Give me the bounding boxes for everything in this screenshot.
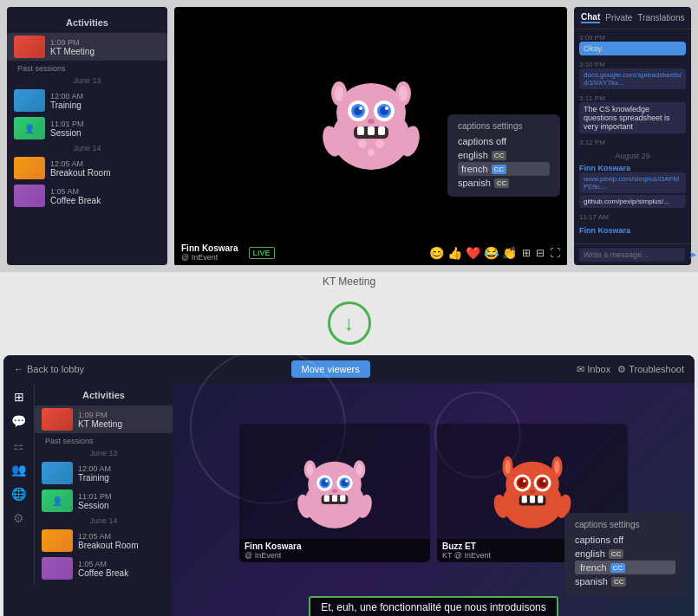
bottom-english-cc: CC	[609, 549, 624, 559]
back-to-lobby-btn[interactable]: ← Back to lobby	[14, 364, 84, 374]
bottom-captions-title: captions settings	[575, 520, 675, 529]
bottom-thumb-breakout	[42, 529, 73, 552]
bottom-thumb-coffee	[42, 557, 73, 580]
buzz-monster	[489, 454, 576, 532]
inbox-button[interactable]: ✉ Inbox	[577, 364, 610, 375]
sidebar-item-session[interactable]: 👤 11:01 PM Session	[7, 114, 167, 142]
layout-btn-2[interactable]: ⊟	[536, 247, 545, 259]
bottom-sidebar-item-breakout[interactable]: 12:05 AM Breakout Room	[35, 527, 173, 554]
top-section: Activities 1:09 PM KT Meeting Past sessi…	[0, 0, 698, 272]
video-tile-finn: Finn Koswara @ InEvent	[239, 424, 430, 562]
bottom-thumb-session: 👤	[42, 490, 73, 512]
sidebar-icon-settings[interactable]: ⚙	[13, 511, 24, 525]
bottom-date-june14: June 14	[35, 515, 173, 527]
past-sessions-label: Past sessions	[7, 61, 167, 75]
layout-btn-1[interactable]: ⊞	[522, 247, 531, 259]
chat-message-3: 3:11 PM The CS knowledge questions sprea…	[579, 94, 686, 133]
bottom-captions-english[interactable]: english CC	[575, 547, 675, 561]
chat-message-5: Finn Koswara www.pexip.com/simplus/GAFMP…	[579, 164, 686, 208]
bottom-sidebar-item-kt[interactable]: 1:09 PM KT Meeting	[35, 405, 173, 433]
emoji-smile[interactable]: 😊	[429, 246, 444, 260]
troubleshoot-icon: ⚙	[617, 364, 626, 375]
svg-rect-62	[530, 496, 535, 503]
svg-point-59	[530, 490, 535, 494]
live-badge: LIVE	[249, 247, 275, 259]
sidebar-item-training[interactable]: 12:00 AM Training	[7, 87, 167, 114]
session-time-training: 12:00 AM	[50, 92, 160, 101]
captions-english-option[interactable]: english CC	[458, 148, 550, 162]
svg-rect-18	[378, 126, 385, 135]
bottom-sidebar-item-session[interactable]: 👤 11:01 PM Session	[35, 487, 173, 515]
sidebar-icon-chat[interactable]: 💬	[11, 414, 26, 428]
svg-point-13	[385, 107, 388, 110]
bottom-thumb-kt	[42, 408, 73, 431]
sidebar-icon-people[interactable]: 👥	[11, 463, 26, 477]
svg-point-29	[356, 464, 363, 476]
fullscreen-btn[interactable]: ⛶	[550, 247, 560, 259]
chat-panel: Chat Private Translations 3:09 PM Okay. …	[574, 7, 691, 265]
bottom-thumb-training	[42, 462, 73, 484]
svg-rect-17	[368, 126, 375, 135]
sidebar-icon-globe[interactable]: 🌐	[11, 487, 26, 501]
monster-avatar	[315, 76, 427, 172]
sidebar-title: Activities	[7, 14, 167, 33]
bottom-sidebar-title: Activities	[35, 386, 173, 405]
chat-message-4: 3:12 PM	[579, 139, 686, 146]
top-main-video: captions settings captions off english C…	[174, 7, 567, 265]
bottom-captions-spanish[interactable]: spanish CC	[575, 574, 675, 588]
sidebar-icon-grid[interactable]: ⚏	[13, 438, 24, 452]
session-time-coffee: 1:05 AM	[50, 187, 160, 196]
emoji-thumbsup[interactable]: 👍	[447, 246, 462, 260]
sidebar-item-breakout[interactable]: 12:05 AM Breakout Room	[7, 154, 167, 182]
arrow-section: ↓	[0, 291, 698, 355]
sidebar-icon-home[interactable]: ⊞	[14, 390, 24, 404]
svg-point-38	[332, 489, 337, 493]
finn-monster	[291, 454, 378, 532]
bottom-section: ← Back to lobby Move viewers ✉ Inbox ⚙ T…	[3, 355, 695, 616]
session-time-session: 11:01 PM	[50, 120, 160, 128]
bottom-captions-off[interactable]: captions off	[575, 533, 675, 547]
emoji-clap[interactable]: 👏	[502, 246, 517, 260]
emoji-heart[interactable]: ❤️	[466, 246, 480, 260]
troubleshoot-button[interactable]: ⚙ Troubleshoot	[617, 364, 684, 375]
svg-rect-16	[357, 126, 364, 135]
captions-spanish-option[interactable]: spanish CC	[458, 176, 550, 190]
presenter-sub: @ InEvent	[181, 253, 238, 262]
bottom-sidebar-item-training[interactable]: 12:00 AM Training	[35, 459, 173, 487]
svg-point-12	[359, 107, 362, 110]
subtitle-bar: Et, euh, une fonctionnalité que nous int…	[173, 593, 695, 616]
chat-tab-private[interactable]: Private	[605, 13, 632, 23]
video-bottom-bar: Finn Koswara @ InEvent LIVE 😊 👍 ❤️ 😂 👏 ⊞…	[174, 240, 567, 265]
chat-header: Chat Private Translations	[574, 7, 691, 29]
captions-off-option[interactable]: captions off	[458, 134, 550, 148]
session-thumb-training	[14, 89, 45, 112]
english-cc-badge: CC	[492, 151, 507, 160]
captions-french-option[interactable]: french CC	[458, 162, 550, 176]
svg-rect-41	[332, 495, 337, 502]
sidebar-item-kt-meeting[interactable]: 1:09 PM KT Meeting	[7, 33, 167, 61]
emoji-laugh[interactable]: 😂	[484, 246, 499, 260]
bottom-captions-french[interactable]: french CC	[575, 561, 675, 574]
bottom-past-label: Past sessions	[35, 433, 173, 447]
emoji-reactions-top: 😊 👍 ❤️ 😂 👏	[429, 246, 517, 260]
video-controls: 😊 👍 ❤️ 😂 👏 ⊞ ⊟ ⛶	[429, 246, 560, 260]
session-name-coffee: Coffee Break	[50, 196, 160, 205]
send-button[interactable]: ➤	[688, 249, 697, 261]
session-thumb-coffee	[14, 185, 45, 207]
svg-rect-40	[324, 495, 329, 502]
session-name-training: Training	[50, 101, 160, 110]
chat-message-sender2: Finn Koswara	[579, 226, 686, 235]
sidebar-item-coffee[interactable]: 1:05 AM Coffee Break	[7, 182, 167, 210]
tile-sub-finn: @ InEvent	[245, 551, 425, 560]
bottom-topbar: ← Back to lobby Move viewers ✉ Inbox ⚙ T…	[3, 355, 695, 383]
chat-message-1: 3:09 PM Okay.	[579, 34, 686, 55]
chat-input[interactable]	[579, 248, 685, 262]
bottom-sidebar-item-coffee[interactable]: 1:05 AM Coffee Break	[35, 554, 173, 582]
tile-name-finn: Finn Koswara	[245, 541, 425, 551]
sidebar-icon-column: ⊞ 💬 ⚏ 👥 🌐 ⚙	[3, 383, 35, 586]
chat-tab-chat[interactable]: Chat	[581, 12, 600, 23]
chat-tab-translations[interactable]: Translations	[637, 13, 684, 23]
session-thumb-kt	[14, 36, 45, 58]
session-name-breakout: Breakout Room	[50, 168, 160, 178]
tile-name-bar-finn: Finn Koswara @ InEvent	[239, 539, 430, 562]
